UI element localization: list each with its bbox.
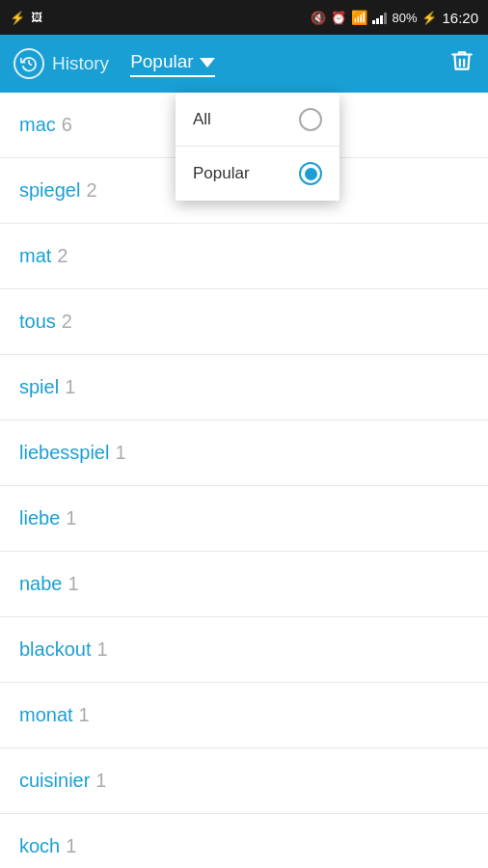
dropdown-arrow-icon [200,58,215,68]
history-icon [14,48,44,79]
dropdown-item-all[interactable]: All [176,93,339,147]
usb-icon: ⚡ [10,11,25,25]
alarm-icon: ⏰ [331,11,346,25]
list-item[interactable]: cuisinier 1 [0,748,488,814]
signal-bars [372,11,387,24]
dropdown-item-popular[interactable]: Popular [176,147,339,201]
popular-button[interactable]: Popular [130,51,215,77]
popular-label: Popular [130,51,194,72]
word-cuisinier: cuisinier [19,770,90,792]
list-item[interactable]: nabe 1 [0,552,488,617]
list-item[interactable]: blackout 1 [0,617,488,683]
word-liebe: liebe [19,507,60,529]
trash-button[interactable] [449,48,474,79]
word-koch: koch [19,835,60,857]
list-item[interactable]: monat 1 [0,683,488,748]
list-item[interactable]: spiel 1 [0,355,488,420]
list-item[interactable]: koch 1 [0,814,488,868]
history-button[interactable]: History [14,48,109,79]
word-liebesspiel: liebesspiel [19,442,109,464]
status-bar-left: ⚡ 🖼 [10,11,42,25]
wifi-icon: 📶 [351,10,367,25]
dropdown-popular-label: Popular [193,164,250,183]
list-item[interactable]: mat 2 [0,224,488,289]
word-tous: tous [19,311,56,333]
battery-icon: ⚡ [421,11,437,25]
list-item[interactable]: liebesspiel 1 [0,420,488,486]
status-bar-right: 🔇 ⏰ 📶 80% ⚡ 16:20 [311,10,478,26]
status-bar: ⚡ 🖼 🔇 ⏰ 📶 80% ⚡ 16:20 [0,0,488,35]
filter-dropdown: All Popular [176,93,339,201]
battery-percentage: 80% [392,11,417,25]
word-nabe: nabe [19,573,63,595]
word-spiegel: spiegel [19,179,80,202]
word-mac: mac [19,114,56,136]
time: 16:20 [442,10,478,26]
history-label: History [52,53,109,74]
list-item[interactable]: tous 2 [0,289,488,355]
radio-popular[interactable] [299,162,322,185]
word-list: mac 6 spiegel 2 mat 2 tous 2 spiel 1 lie… [0,93,488,868]
nav-bar: History Popular [0,35,488,93]
radio-all[interactable] [299,108,322,131]
list-item[interactable]: liebe 1 [0,486,488,552]
image-icon: 🖼 [31,11,42,24]
word-mat: mat [19,245,51,267]
svg-line-1 [29,64,32,66]
mute-icon: 🔇 [311,11,326,25]
word-spiel: spiel [19,376,59,398]
dropdown-all-label: All [193,110,211,129]
word-blackout: blackout [19,638,92,661]
word-monat: monat [19,704,73,726]
